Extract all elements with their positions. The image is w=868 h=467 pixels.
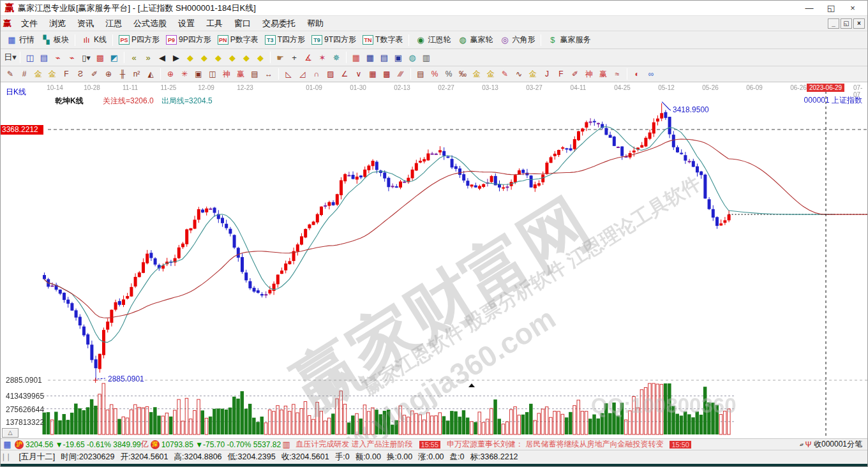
mini-chart-3-icon[interactable]: ⌁ xyxy=(52,52,64,64)
gold-division-2-icon[interactable]: 金 xyxy=(46,69,59,80)
expand-all-icon[interactable]: ◆ xyxy=(240,52,253,64)
grid-4-icon[interactable]: ▩ xyxy=(380,69,393,80)
expand-pane-button[interactable]: △ xyxy=(2,428,19,438)
f-line-icon[interactable]: F xyxy=(60,69,73,80)
grid-2-icon[interactable]: ╫ xyxy=(116,69,129,80)
toolbar-button-sectors[interactable]: ▚板块 xyxy=(38,33,72,47)
data-globe-icon[interactable]: ◍ xyxy=(406,52,419,64)
gold-circle-icon[interactable]: 金 xyxy=(470,69,483,80)
toolbar-button-t-square[interactable]: T3T四方形 xyxy=(262,33,308,47)
circle-grid-icon[interactable]: ⊕ xyxy=(102,69,115,80)
shen-icon[interactable]: 神 xyxy=(220,69,233,80)
toolbar-button-gann-wheel[interactable]: ◉江恩轮 xyxy=(412,33,454,47)
menu-item[interactable]: 帮助 xyxy=(301,17,329,31)
percent-icon[interactable]: % xyxy=(442,69,455,80)
mini-chart-9-icon[interactable]: ⌁ xyxy=(66,52,79,64)
calculator-icon[interactable]: ▦ xyxy=(364,52,377,64)
permille-icon[interactable]: ‰ xyxy=(456,69,469,80)
time-price-icon[interactable]: ◫ xyxy=(206,69,219,80)
pen-icon[interactable]: ✎ xyxy=(4,69,17,80)
width-measure-icon[interactable]: ↔ xyxy=(262,69,275,80)
grid-lines-icon[interactable]: # xyxy=(18,69,31,80)
close-button[interactable]: × xyxy=(842,3,864,13)
toolbar-button-winner-service[interactable]: $赢家服务 xyxy=(544,33,594,47)
fan-up-icon[interactable]: ◿ xyxy=(296,69,309,80)
angle-measure-icon[interactable]: ∡ xyxy=(302,52,315,64)
brush-red-icon[interactable]: ✎ xyxy=(498,69,511,80)
crosshair-tool-icon[interactable]: + xyxy=(288,52,301,64)
spiral-icon[interactable]: Ƨ xyxy=(74,69,87,80)
ruler-icon[interactable]: ▤ xyxy=(248,69,261,80)
shift-right-icon[interactable]: ◆ xyxy=(198,52,211,64)
toolbar-button-t-digit-table[interactable]: TNT数字表 xyxy=(359,33,406,47)
mind-teal-icon[interactable]: ✵ xyxy=(330,52,343,64)
toolbar-button-winner-wheel[interactable]: ◍赢家轮 xyxy=(454,33,496,47)
news-ticker-item[interactable]: 申万宏源董事长刘健： 居民储蓄将继续从房地产向金融投资转变 xyxy=(447,439,663,450)
calendar-icon[interactable]: ▦ xyxy=(350,52,363,64)
angle-line-icon[interactable]: ∠ xyxy=(338,69,351,80)
toolbar-button-9p-square[interactable]: P99P四方形 xyxy=(163,33,214,47)
save-icon[interactable]: ▣ xyxy=(392,52,405,64)
menu-item[interactable]: 窗口 xyxy=(228,17,257,31)
menu-item[interactable]: 公式选股 xyxy=(128,17,172,31)
menu-item[interactable]: 工具 xyxy=(200,17,228,31)
menu-item[interactable]: 江恩 xyxy=(100,17,128,31)
expand-h-icon[interactable]: ◆ xyxy=(212,52,225,64)
toolbar-button-hexagon[interactable]: ◎六角形 xyxy=(496,33,538,47)
square-arc-icon[interactable]: ▨ xyxy=(324,69,337,80)
pencil-lines-icon[interactable]: ✐ xyxy=(569,69,581,80)
menu-item[interactable]: 资讯 xyxy=(71,17,100,31)
n-square-icon[interactable]: n² xyxy=(130,69,143,80)
mind-red-icon[interactable]: ✶ xyxy=(316,52,329,64)
gann-box-icon[interactable]: ▣ xyxy=(192,69,205,80)
toolbar-button-p-square[interactable]: PSP四方形 xyxy=(116,33,163,47)
toolbar-button-quotes[interactable]: ▦行情 xyxy=(3,33,38,47)
ying-tool-icon[interactable]: 赢 xyxy=(597,69,610,80)
mdi-restore-button[interactable]: ◱ xyxy=(841,19,852,29)
info-view-icon[interactable]: ▤ xyxy=(38,52,50,64)
gold-line-icon[interactable]: 金 xyxy=(484,69,497,80)
gann-circle-icon[interactable]: ⊕ xyxy=(164,69,177,80)
pen-red-icon[interactable]: ✐ xyxy=(88,69,101,80)
ying-icon[interactable]: 赢 xyxy=(234,69,247,80)
wave-tool-icon[interactable]: ∿ xyxy=(513,69,525,80)
menu-item[interactable]: 设置 xyxy=(172,17,200,31)
arc-icon[interactable]: ∩ xyxy=(310,69,323,80)
f-angle-icon[interactable]: F xyxy=(555,69,567,80)
next-bar-icon[interactable]: ▶ xyxy=(170,52,183,64)
color-flag-icon[interactable]: ◩ xyxy=(108,52,121,64)
toolbar-button-kline[interactable]: ılıK线 xyxy=(78,33,110,47)
kline-period-icon[interactable]: 日▾ xyxy=(4,52,17,64)
mdi-close-button[interactable]: × xyxy=(853,19,865,29)
pattern-tool-icon[interactable]: ▩ xyxy=(94,52,107,64)
zoom-window-icon[interactable]: ◫ xyxy=(24,52,36,64)
prev-bar-icon[interactable]: ◀ xyxy=(156,52,168,64)
j-angle-icon[interactable]: J xyxy=(541,69,553,80)
angle-tool-icon[interactable]: ◭ xyxy=(144,69,157,80)
menu-item[interactable]: 文件 xyxy=(15,17,43,31)
quote-grid-icon[interactable]: ▦ xyxy=(2,440,13,450)
news-ticker-item[interactable]: 血压计完成研发 进入产品注册阶段 xyxy=(296,439,412,450)
go-first-icon[interactable]: « xyxy=(128,52,140,64)
slash-lines-icon[interactable]: ∕∕∕ xyxy=(394,69,407,80)
shrink-all-icon[interactable]: ◆ xyxy=(254,52,267,64)
shift-left-icon[interactable]: ◆ xyxy=(184,52,197,64)
hand-tool-icon[interactable]: ☛ xyxy=(274,52,287,64)
menu-item[interactable]: 交易委托 xyxy=(257,17,301,31)
menu-item[interactable]: 浏览 xyxy=(43,17,71,31)
fan-down-icon[interactable]: ◺ xyxy=(282,69,295,80)
percent-red-icon[interactable]: % xyxy=(428,69,441,80)
gann-wheel-tool-icon[interactable]: ✳ xyxy=(178,69,191,80)
infinity-icon[interactable]: ∞ xyxy=(645,69,657,80)
yin-yang-icon[interactable]: ◐ xyxy=(631,69,643,80)
news-icon[interactable]: ▥ xyxy=(281,440,292,450)
candle-style-icon[interactable]: ▯▾ xyxy=(80,52,93,64)
v-line-icon[interactable]: ∨ xyxy=(352,69,365,80)
shrink-h-icon[interactable]: ◆ xyxy=(226,52,239,64)
mdi-minimize-button[interactable]: _ xyxy=(828,19,839,29)
gold-vert-icon[interactable]: 金 xyxy=(527,69,539,80)
shen-tool-icon[interactable]: 神 xyxy=(583,69,595,80)
stats-icon[interactable]: ▤ xyxy=(414,69,427,80)
export-icon[interactable]: ▥ xyxy=(420,52,433,64)
grid-3-icon[interactable]: ▦ xyxy=(366,69,379,80)
